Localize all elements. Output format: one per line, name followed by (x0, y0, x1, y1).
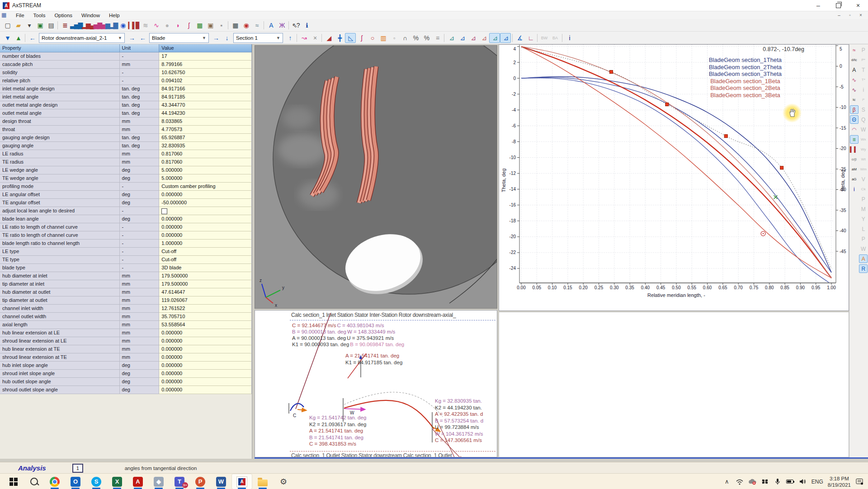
property-value[interactable]: 8.033865 (159, 118, 252, 126)
angle-edit-4-icon[interactable]: ⊿ (478, 33, 489, 43)
property-value[interactable]: 0.000000 (159, 223, 252, 231)
blade-3d-viewer[interactable]: z y x (255, 45, 497, 309)
speaker-icon[interactable] (799, 478, 807, 486)
property-row[interactable]: adjust local lean angle to desired- (0, 207, 252, 215)
multi-curve-icon[interactable]: ʃ (183, 20, 194, 30)
battery-icon[interactable] (786, 478, 794, 486)
property-value[interactable]: 10.626750 (159, 69, 252, 77)
dlc-icon[interactable]: d/lc (850, 56, 859, 64)
enthalpy-abs-icon[interactable]: i* (859, 95, 868, 104)
small-dot-icon[interactable]: ▪ (216, 20, 226, 30)
property-row[interactable]: channel outlet widthmm35.705710 (0, 313, 252, 321)
percent-y-icon[interactable]: % (421, 33, 432, 43)
property-row[interactable]: blade type-3D blade (0, 264, 252, 272)
open-folder-icon[interactable]: ▰ (13, 20, 24, 30)
w2-icon[interactable]: W (859, 244, 868, 253)
property-value[interactable]: 0.000000 (159, 353, 252, 362)
wy-icon[interactable]: Wy (859, 145, 868, 154)
property-value[interactable]: 5.000000 (159, 166, 252, 174)
calculator-icon[interactable]: ▦ (230, 20, 241, 30)
legend-entry[interactable]: BladeGeom section_2Beta (697, 85, 794, 92)
next-part-arrow[interactable]: → (210, 33, 221, 43)
property-value[interactable]: 0.817060 (159, 158, 252, 166)
restore-button[interactable] (828, 0, 848, 11)
child-restore-button[interactable]: ▫ (846, 13, 854, 18)
property-value[interactable]: 0.000000 (159, 378, 252, 386)
angle-edit-5-icon[interactable]: ⊿ (489, 33, 500, 43)
property-row[interactable]: gauging angle designtan. deg65.926887 (0, 134, 252, 142)
ba-disabled-icon[interactable]: BA (550, 33, 561, 43)
language-indicator[interactable]: ENG (811, 479, 823, 485)
move-icon[interactable]: ╋ (334, 33, 345, 43)
pink-curve-icon[interactable]: ∿ (151, 20, 161, 30)
property-row[interactable]: TE angular offsetdeg-50.000000 (0, 199, 252, 207)
part-select[interactable]: Blade ▼ (149, 33, 209, 43)
property-column-header[interactable]: Property (0, 44, 120, 52)
legend-entry[interactable]: BladeGeom section_1Theta (697, 56, 794, 64)
print-icon[interactable]: ▤ (45, 20, 56, 30)
prev-component-arrow[interactable]: ← (27, 33, 38, 43)
butterfly-icon[interactable]: Ж (276, 20, 287, 30)
component-select[interactable]: Rotor downstream-axial_2-1 ▼ (39, 33, 125, 43)
property-value[interactable]: 5.000000 (159, 174, 252, 183)
legend-entry[interactable]: BladeGeom section_1Beta (697, 78, 794, 85)
angle-edit-6-icon[interactable]: ⊿ (500, 33, 511, 43)
wave-icon[interactable]: ≈ (251, 20, 262, 30)
green-grid-icon[interactable]: ▦ (194, 20, 205, 30)
microphone-icon[interactable] (774, 478, 782, 486)
taskbar-excel-icon[interactable]: X (107, 474, 127, 489)
property-value[interactable]: 1.000000 (159, 240, 252, 248)
info-icon[interactable]: ℹ (301, 20, 312, 30)
down-section-arrow[interactable]: ↓ (221, 33, 232, 43)
property-value[interactable]: 0.000000 (159, 386, 252, 394)
angle-edit-3-icon[interactable]: ⊿ (467, 33, 478, 43)
colorbar-icon[interactable]: ▥ (377, 33, 388, 43)
property-row[interactable]: shroud inlet slope angledeg0.000000 (0, 370, 252, 378)
child-minimize-button[interactable]: – (835, 13, 843, 18)
property-row[interactable]: LE type-Cut-off (0, 248, 252, 256)
property-row[interactable]: outlet metal angletan. deg44.194230 (0, 109, 252, 118)
property-row[interactable]: outlet metal angle designtan. deg43.3447… (0, 101, 252, 109)
property-value[interactable]: 0.000000 (159, 215, 252, 223)
property-row[interactable]: LE wedge angledeg5.000000 (0, 166, 252, 174)
legend-entry[interactable]: BladeGeom section_3Beta (697, 92, 794, 99)
property-value[interactable]: 0.000000 (159, 370, 252, 378)
taskbar-explorer-icon[interactable] (252, 474, 273, 489)
property-value[interactable]: 179.500000 (159, 272, 252, 280)
open-dropdown-arrow[interactable]: ▾ (24, 20, 34, 30)
enthalpy-icon[interactable]: i (859, 85, 868, 94)
property-value[interactable]: 12.761522 (159, 305, 252, 313)
pressure-icon[interactable]: P (859, 46, 868, 54)
analysis-tab[interactable]: Analysis (18, 464, 46, 472)
property-row[interactable]: hub inlet slope angledeg0.000000 (0, 362, 252, 370)
dropbox-icon[interactable] (761, 478, 769, 486)
bw-disabled-icon[interactable]: BW (539, 33, 550, 43)
minimize-button[interactable]: – (808, 0, 828, 11)
property-value[interactable]: 53.558564 (159, 321, 252, 329)
taskbar-acrobat-icon[interactable]: A (127, 474, 148, 489)
taskbar-axstream-icon[interactable]: A (231, 474, 252, 489)
a-highlight-icon[interactable]: A (859, 254, 868, 263)
taskbar-skype-icon[interactable]: S (86, 474, 107, 489)
property-row[interactable]: cascade pitchmm8.799166 (0, 61, 252, 69)
property-row[interactable]: design throatmm8.033865 (0, 118, 252, 126)
books-icon[interactable]: ▎▌▊ (128, 20, 139, 30)
notification-center-icon[interactable] (855, 478, 863, 486)
globe-icon[interactable]: ◉ (241, 20, 251, 30)
triangle-tool-icon[interactable]: ◺ (345, 33, 356, 43)
property-row[interactable]: tip diameter at inletmm179.500000 (0, 280, 252, 288)
property-row[interactable]: relative pitch-0.094102 (0, 77, 252, 85)
info-small-icon[interactable]: i (564, 33, 575, 43)
property-row[interactable]: LE angular offsetdeg0.000000 (0, 191, 252, 199)
p2-icon[interactable]: P (859, 235, 868, 243)
property-row[interactable]: TE type-Cut-off (0, 256, 252, 264)
unit-column-header[interactable]: Unit (120, 44, 160, 52)
property-value[interactable]: 44.194230 (159, 109, 252, 118)
velocity-triangle-panel[interactable]: Calc section_1 Inlet Station Stator Inte… (255, 310, 497, 457)
beta-icon[interactable]: β (850, 105, 859, 114)
property-row[interactable]: number of blades-17 (0, 52, 252, 61)
property-value[interactable]: Cut-off (159, 256, 252, 264)
property-value[interactable]: 32.830935 (159, 142, 252, 150)
q-icon[interactable]: Q (859, 115, 868, 124)
value-column-header[interactable]: Value (159, 44, 252, 52)
